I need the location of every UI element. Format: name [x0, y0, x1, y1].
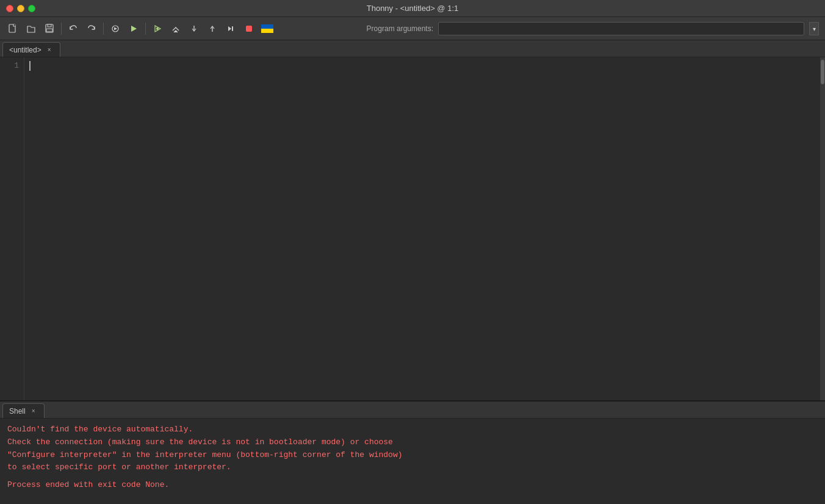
toolbar-separator-3 [145, 23, 146, 35]
redo-button[interactable] [84, 21, 99, 37]
editor-container: <untitled> × 1 [0, 40, 825, 400]
editor-body: 1 [0, 57, 825, 400]
editor-content[interactable] [24, 57, 820, 400]
traffic-lights [6, 5, 35, 12]
title-bar: Thonny - <untitled> @ 1:1 [0, 0, 825, 17]
shell-error-messages: Couldn't find the device automatically. … [7, 423, 818, 474]
toolbar: Program arguments: ▾ [0, 17, 825, 40]
program-args-input[interactable] [438, 22, 804, 35]
ukraine-button[interactable] [259, 21, 275, 37]
line-number-1: 1 [0, 61, 19, 70]
svg-point-6 [156, 27, 159, 30]
toolbar-separator-2 [103, 23, 104, 35]
resume-button[interactable] [223, 21, 239, 37]
program-args-area: Program arguments: ▾ [361, 17, 825, 40]
save-file-button[interactable] [41, 21, 57, 37]
step-out-button[interactable] [204, 21, 220, 37]
editor-tab-close[interactable]: × [45, 46, 54, 54]
window-title: Thonny - <untitled> @ 1:1 [367, 4, 459, 13]
close-button[interactable] [6, 5, 13, 12]
undo-button[interactable] [65, 21, 81, 37]
editor-tab-bar: <untitled> × [0, 40, 825, 57]
shell-process-message: Process ended with exit code None. [7, 479, 818, 492]
new-file-button[interactable] [5, 21, 21, 37]
editor-tab-label: <untitled> [9, 46, 41, 54]
svg-rect-3 [48, 24, 51, 27]
editor-tab-untitled[interactable]: <untitled> × [2, 42, 60, 57]
svg-rect-8 [246, 26, 252, 32]
cursor-line [29, 61, 815, 71]
shell-container: Shell × Couldn't find the device automat… [0, 400, 825, 504]
program-args-label: Program arguments: [367, 24, 433, 33]
shell-content[interactable]: Couldn't find the device automatically. … [0, 419, 825, 504]
shell-tab-label: Shell [9, 407, 26, 416]
shell-tab[interactable]: Shell × [2, 403, 45, 418]
svg-rect-9 [261, 24, 273, 29]
shell-tab-close[interactable]: × [29, 407, 38, 416]
svg-rect-10 [261, 29, 273, 33]
svg-rect-4 [46, 29, 52, 32]
scrollbar-thumb [821, 60, 824, 84]
run-to-cursor-button[interactable] [107, 21, 123, 37]
text-cursor [29, 61, 31, 71]
editor-scrollbar[interactable] [820, 57, 825, 400]
maximize-button[interactable] [28, 5, 35, 12]
toolbar-separator-1 [61, 23, 62, 35]
step-into-button[interactable] [186, 21, 202, 37]
shell-tab-bar: Shell × [0, 401, 825, 419]
debug-button[interactable] [150, 21, 165, 37]
program-args-dropdown[interactable]: ▾ [809, 22, 819, 35]
step-over-button[interactable] [168, 21, 184, 37]
svg-rect-7 [232, 26, 233, 31]
minimize-button[interactable] [17, 5, 24, 12]
stop-button[interactable] [241, 21, 257, 37]
run-button[interactable] [126, 21, 142, 37]
open-file-button[interactable] [23, 21, 39, 37]
line-numbers: 1 [0, 57, 24, 400]
